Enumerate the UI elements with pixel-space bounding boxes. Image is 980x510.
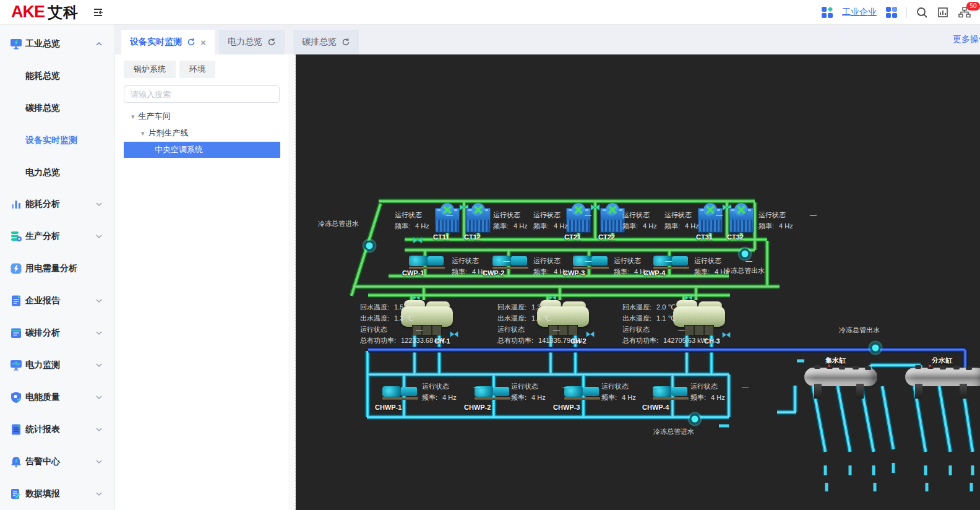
filter-boiler-system-button[interactable]: 锅炉系统 <box>124 61 176 78</box>
status-block-cwp1: 运行状态— 频率:4 Hz <box>452 255 510 277</box>
status-block-ct21: 运行状态— 频率:4 Hz <box>533 209 591 231</box>
sidebar-item-statistics-report[interactable]: 统计报表 <box>0 419 115 440</box>
equipment-caption: CT32 <box>727 233 744 241</box>
close-icon[interactable]: × <box>200 38 206 47</box>
status-block-ct11: 运行状态— 频率:4 Hz <box>395 209 453 231</box>
sidebar-item-power-overview[interactable]: 电力总览 <box>0 162 115 183</box>
enterprise-chart-icon[interactable] <box>937 6 949 19</box>
sidebar-item-alarm-center[interactable]: 告警中心 <box>0 451 115 472</box>
search-icon[interactable] <box>916 6 928 19</box>
cooling-tower-ct32 <box>729 208 754 233</box>
chevron-down-icon <box>95 201 103 208</box>
workspace-grid-icon[interactable] <box>821 6 833 19</box>
refresh-icon[interactable] <box>342 38 350 46</box>
apps-grid-icon[interactable] <box>885 6 898 19</box>
bar-chart-icon <box>10 198 22 210</box>
logo-text-en: AKE <box>11 2 45 22</box>
equipment-caption: CT22 <box>598 233 615 241</box>
more-actions-link[interactable]: 更多操作 <box>953 34 980 45</box>
refresh-icon[interactable] <box>187 38 196 46</box>
equipment-caption: CT31 <box>696 233 713 241</box>
sidebar-item-power-demand-analysis[interactable]: 用电需量分析 <box>0 258 115 279</box>
tank-caption-distributor: 分水缸 <box>932 356 952 365</box>
chevron-down-icon <box>95 329 103 337</box>
filter-environment-button[interactable]: 环境 <box>179 61 215 78</box>
pump-cwp-1 <box>409 253 445 269</box>
status-block-chwp4: 运行状态— 频率:4 Hz <box>690 381 749 403</box>
equipment-caption: CHWP-3 <box>553 404 580 411</box>
chevron-down-icon <box>95 458 103 465</box>
sidebar-item-enterprise-report[interactable]: 企业报告 <box>0 290 115 311</box>
collector-tank <box>804 368 877 386</box>
fan-icon <box>606 203 619 217</box>
tab-label: 电力总览 <box>228 37 262 48</box>
pump-chwp-3 <box>564 383 600 400</box>
status-block-chwp3: 运行状态— 频率:4 Hz <box>601 381 660 403</box>
status-block-chwp2: 运行状态— 频率:4 Hz <box>511 381 569 403</box>
equipment-caption: CT12 <box>464 233 481 241</box>
chevron-down-icon <box>95 394 103 401</box>
monitor-icon <box>10 359 22 371</box>
tab-label: 碳排总览 <box>302 37 337 48</box>
chevron-down-icon <box>95 233 103 240</box>
sidebar-item-data-entry[interactable]: 数据填报 <box>0 483 115 504</box>
sidebar-item-production-analysis[interactable]: 生产分析 <box>0 226 115 247</box>
cooling-tower-ct12 <box>466 208 491 233</box>
sidebar-item-energy-analysis[interactable]: 能耗分析 <box>0 194 115 215</box>
equipment-caption: CHWP-4 <box>642 404 669 411</box>
tab-strip: 设备实时监测 × 电力总览 碳排总览 更多操作 <box>115 25 980 54</box>
tab-carbon-overview[interactable]: 碳排总览 <box>293 30 359 54</box>
sidebar-item-device-monitor[interactable]: 设备实时监测 <box>0 130 115 151</box>
header-divider <box>906 7 907 18</box>
status-block-chwp1: 运行状态— 频率:4 Hz <box>422 381 480 403</box>
org-hierarchy-icon[interactable]: 50 <box>958 6 971 19</box>
sidebar-nav: 工业总览 能耗总览 碳排总览 设备实时监测 电力总览 能耗分析 生产分析 用电需… <box>0 25 115 510</box>
equipment-caption: CT11 <box>433 233 449 241</box>
caret-down-icon[interactable]: ▾ <box>141 129 145 137</box>
pipe-label-chilled-main-out: 冷冻总管出水 <box>839 326 880 335</box>
refresh-icon[interactable] <box>267 38 276 46</box>
status-block-ct32: 运行状态— 频率:4 Hz <box>759 209 817 231</box>
info-block-ch3: 回水温度:2.0 ℃ 出水温度:1.1 ℃ 运行状态— 总有功功率:142705… <box>622 301 740 346</box>
sidebar-item-carbon-analysis[interactable]: 碳排分析 <box>0 322 115 344</box>
pipe-label-cond-main-in: 冷冻总管进水 <box>318 219 359 228</box>
status-block-cwp3: 运行状态— 频率:4 Hz <box>614 255 672 277</box>
tree-node-workshop[interactable]: ▾ 生产车间 <box>131 109 171 124</box>
sidebar-item-power-quality[interactable]: 电能质量 <box>0 387 115 408</box>
equipment-caption: CWP-1 <box>402 269 424 277</box>
chevron-down-icon <box>95 426 103 433</box>
search-input[interactable] <box>124 85 280 103</box>
tree-node-tablet-line[interactable]: ▾ 片剂生产线 <box>141 126 189 140</box>
panel-splitter[interactable] <box>288 54 296 510</box>
chevron-down-icon <box>95 297 103 305</box>
chevron-down-icon <box>95 361 103 369</box>
equipment-caption: CT21 <box>564 233 581 241</box>
device-tree-panel: 锅炉系统 环境 ▾ 生产车间 ▾ 片剂生产线 中央空调系统 <box>115 54 288 510</box>
tab-power-overview[interactable]: 电力总览 <box>219 30 285 54</box>
report-lines-icon <box>10 423 22 436</box>
sidebar-item-industry-overview[interactable]: 工业总览 <box>0 33 115 54</box>
tab-label: 设备实时监测 <box>130 37 182 48</box>
bell-icon <box>10 456 22 468</box>
tank-caption-collector: 集水缸 <box>825 356 846 365</box>
monitor-bolt-icon <box>10 38 22 50</box>
equipment-caption: CHWP-2 <box>464 404 491 411</box>
sidebar-collapse-icon[interactable] <box>91 6 105 19</box>
sidebar-item-carbon-overview[interactable]: 碳排总览 <box>0 98 115 119</box>
fan-icon <box>471 203 485 217</box>
equipment-caption: CHWP-1 <box>375 404 402 411</box>
tab-device-monitor[interactable]: 设备实时监测 × <box>121 30 215 54</box>
sidebar-item-power-monitor[interactable]: 电力监测 <box>0 355 115 376</box>
workspace-link[interactable]: 工业企业 <box>842 7 877 18</box>
calendar-doc-icon <box>10 327 22 339</box>
sidebar-item-energy-overview[interactable]: 能耗总览 <box>0 66 115 87</box>
app-logo: AKE 艾科 <box>11 2 79 22</box>
status-block-cwp2: 运行状态— 频率:4 Hz <box>533 255 591 277</box>
chevron-up-icon <box>95 40 103 48</box>
hvac-3d-scene[interactable]: 冷冻总管进水 冷冻总管出水 冷冻总管出水 冷冻总管进水 CT11 CT12 CT… <box>296 54 980 510</box>
database-gear-icon <box>10 230 22 243</box>
tree-node-hvac-selected[interactable]: 中央空调系统 <box>124 142 280 158</box>
status-block-cwp4: 运行状态— 频率:4 Hz <box>694 255 752 277</box>
status-block-ct31: 运行状态— 频率:4 Hz <box>664 209 723 231</box>
caret-down-icon[interactable]: ▾ <box>131 113 135 121</box>
